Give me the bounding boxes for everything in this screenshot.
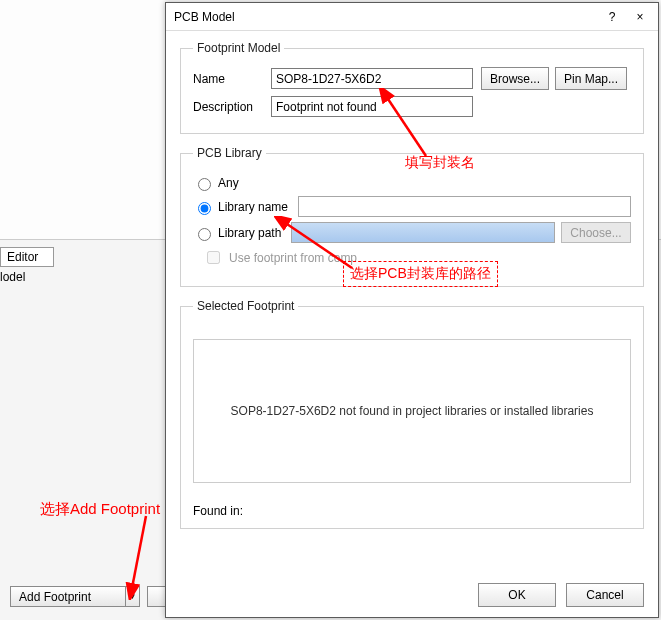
radio-library-name-label: Library name bbox=[218, 200, 288, 214]
name-label: Name bbox=[193, 72, 271, 86]
description-input[interactable] bbox=[271, 96, 473, 117]
help-icon[interactable]: ? bbox=[598, 6, 626, 28]
dialog-title: PCB Model bbox=[174, 10, 598, 24]
name-input[interactable] bbox=[271, 68, 473, 89]
add-footprint-label: Add Footprint bbox=[11, 590, 125, 604]
radio-any-label: Any bbox=[218, 176, 239, 190]
radio-library-name[interactable] bbox=[198, 202, 211, 215]
choose-button: Choose... bbox=[561, 222, 631, 243]
dialog-body: Footprint Model Name Browse... Pin Map..… bbox=[166, 31, 658, 617]
pcb-library-legend: PCB Library bbox=[193, 146, 266, 160]
ok-button[interactable]: OK bbox=[478, 583, 556, 607]
cancel-button[interactable]: Cancel bbox=[566, 583, 644, 607]
selected-footprint-legend: Selected Footprint bbox=[193, 299, 298, 313]
notfound-message: SOP8-1D27-5X6D2 not found in project lib… bbox=[231, 404, 594, 418]
add-footprint-button[interactable]: Add Footprint ▼ bbox=[10, 586, 140, 607]
use-footprint-checkbox bbox=[207, 251, 220, 264]
add-footprint-dropdown-icon[interactable]: ▼ bbox=[125, 587, 139, 606]
dialog-titlebar[interactable]: PCB Model ? × bbox=[166, 3, 658, 31]
radio-library-path-label: Library path bbox=[218, 226, 281, 240]
radio-library-path[interactable] bbox=[198, 228, 211, 241]
close-icon[interactable]: × bbox=[626, 6, 654, 28]
selected-footprint-group: Selected Footprint SOP8-1D27-5X6D2 not f… bbox=[180, 299, 644, 529]
footprint-model-legend: Footprint Model bbox=[193, 41, 284, 55]
pcb-model-dialog: PCB Model ? × Footprint Model Name Brows… bbox=[165, 2, 659, 618]
library-path-input[interactable] bbox=[291, 222, 555, 243]
library-name-input[interactable] bbox=[298, 196, 631, 217]
small-aux-button[interactable] bbox=[147, 586, 167, 607]
pinmap-button[interactable]: Pin Map... bbox=[555, 67, 627, 90]
browse-button[interactable]: Browse... bbox=[481, 67, 549, 90]
tab-editor[interactable]: Editor bbox=[0, 247, 54, 267]
pcb-library-group: PCB Library Any Library name Library pat… bbox=[180, 146, 644, 287]
panel-label-fragment: lodel bbox=[0, 270, 48, 286]
description-label: Description bbox=[193, 100, 271, 114]
tab-editor-label: Editor bbox=[7, 250, 38, 264]
found-in-label: Found in: bbox=[193, 504, 243, 518]
footprint-preview: SOP8-1D27-5X6D2 not found in project lib… bbox=[193, 339, 631, 483]
use-footprint-label: Use footprint from comp bbox=[229, 251, 357, 265]
footprint-model-group: Footprint Model Name Browse... Pin Map..… bbox=[180, 41, 644, 134]
radio-any[interactable] bbox=[198, 178, 211, 191]
